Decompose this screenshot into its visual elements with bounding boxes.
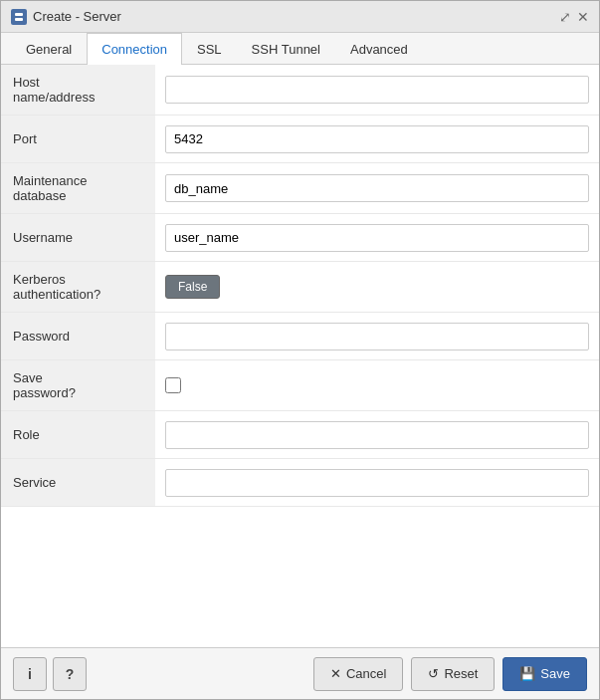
service-field	[155, 461, 599, 505]
info-icon: i	[28, 666, 32, 682]
reset-icon: ↺	[428, 666, 439, 681]
cancel-button[interactable]: ✕ Cancel	[313, 657, 403, 691]
role-label: Role	[1, 411, 155, 458]
tab-advanced[interactable]: Advanced	[335, 33, 423, 65]
save-button[interactable]: 💾 Save	[502, 657, 587, 691]
footer-left-buttons: i ?	[13, 657, 87, 691]
cancel-icon: ✕	[330, 666, 341, 681]
service-row: Service	[1, 459, 599, 507]
save-label: Save	[540, 666, 570, 681]
username-input[interactable]	[165, 224, 589, 252]
port-field	[155, 117, 599, 161]
role-row: Role	[1, 411, 599, 459]
username-field	[155, 216, 599, 260]
cancel-label: Cancel	[346, 666, 386, 681]
service-input[interactable]	[165, 469, 589, 497]
maintenance-database-field	[155, 166, 599, 210]
password-field	[155, 315, 599, 358]
titlebar-left: Create - Server	[11, 9, 121, 25]
role-input[interactable]	[165, 421, 589, 449]
svg-rect-0	[15, 13, 23, 16]
create-server-dialog: Create - Server ⤢ ✕ General Connection S…	[0, 0, 600, 700]
save-icon: 💾	[519, 666, 535, 681]
server-icon	[11, 9, 27, 25]
reset-button[interactable]: ↺ Reset	[411, 657, 495, 691]
username-label: Username	[1, 214, 155, 261]
save-password-field	[155, 369, 599, 401]
tab-connection[interactable]: Connection	[87, 33, 182, 65]
password-input[interactable]	[165, 323, 589, 350]
save-password-wrapper	[165, 377, 181, 393]
host-input[interactable]	[165, 76, 589, 104]
close-icon[interactable]: ✕	[577, 10, 589, 24]
password-label: Password	[1, 313, 155, 359]
service-label: Service	[1, 459, 155, 506]
maintenance-database-row: Maintenancedatabase	[1, 163, 599, 214]
username-row: Username	[1, 214, 599, 262]
host-label: Hostname/address	[1, 65, 155, 115]
host-row: Hostname/address	[1, 65, 599, 116]
save-password-label: Savepassword?	[1, 360, 155, 410]
maintenance-database-label: Maintenancedatabase	[1, 163, 155, 213]
titlebar-icons: ⤢ ✕	[559, 10, 589, 24]
tab-general[interactable]: General	[11, 33, 87, 65]
footer-right-buttons: ✕ Cancel ↺ Reset 💾 Save	[313, 657, 587, 691]
footer: i ? ✕ Cancel ↺ Reset 💾 Save	[1, 647, 599, 699]
maintenance-database-input[interactable]	[165, 174, 589, 202]
reset-label: Reset	[444, 666, 478, 681]
kerberos-field: False	[155, 267, 599, 307]
host-field	[155, 68, 599, 112]
save-password-row: Savepassword?	[1, 360, 599, 411]
kerberos-row: Kerberosauthentication? False	[1, 262, 599, 313]
port-row: Port	[1, 116, 599, 163]
help-button[interactable]: ?	[53, 657, 87, 691]
kerberos-label: Kerberosauthentication?	[1, 262, 155, 312]
dialog-title: Create - Server	[33, 9, 121, 24]
password-row: Password	[1, 313, 599, 360]
svg-rect-1	[15, 18, 23, 21]
role-field	[155, 413, 599, 457]
form-content: Hostname/address Port Maintenancedatabas…	[1, 65, 599, 647]
tab-ssl[interactable]: SSL	[182, 33, 237, 65]
help-icon: ?	[66, 666, 75, 682]
port-label: Port	[1, 116, 155, 162]
save-password-checkbox[interactable]	[165, 377, 181, 393]
tab-ssh-tunnel[interactable]: SSH Tunnel	[237, 33, 335, 65]
expand-icon[interactable]: ⤢	[559, 10, 571, 24]
titlebar: Create - Server ⤢ ✕	[1, 1, 599, 33]
port-input[interactable]	[165, 125, 589, 153]
info-button[interactable]: i	[13, 657, 47, 691]
kerberos-toggle[interactable]: False	[165, 275, 220, 299]
tabs-bar: General Connection SSL SSH Tunnel Advanc…	[1, 33, 599, 65]
